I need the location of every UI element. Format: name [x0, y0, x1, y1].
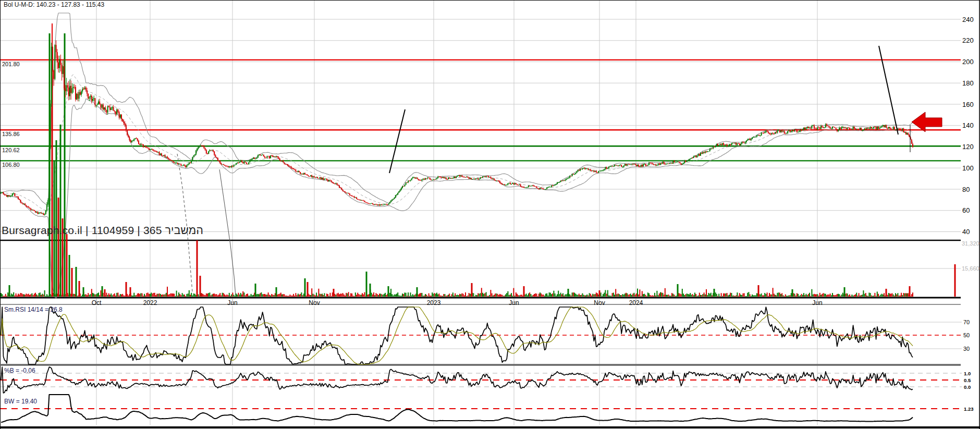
axis-label: 100	[962, 164, 974, 172]
axis-label: Oct	[92, 299, 102, 307]
axis-label: 50	[963, 332, 970, 338]
chart-stage[interactable]: 24022020018016014012010080604031,32015,6…	[0, 0, 980, 429]
axis-label: 2024	[629, 299, 643, 307]
axis-label: 1.23	[964, 406, 974, 412]
axis-label: 0.0	[964, 384, 971, 390]
axis-label: 30	[963, 346, 970, 352]
axis-label: 180	[962, 79, 974, 87]
axis-label: 70	[963, 319, 970, 325]
axis-label: 120	[962, 143, 974, 151]
axis-label: 60	[962, 206, 970, 214]
axis-label: 160	[962, 101, 974, 108]
axis-label: 2022	[143, 299, 157, 307]
axis-label: Jun	[509, 299, 519, 307]
axis-label: 240	[962, 16, 974, 23]
axis-label: 2023	[427, 299, 441, 307]
axis-label: 0.5	[964, 377, 971, 383]
axis-label: Jun	[227, 299, 237, 307]
price-chart-canvas: 24022020018016014012010080604031,32015,6…	[0, 0, 980, 429]
axis-label: 40	[962, 228, 970, 236]
axis-label: 1.0	[964, 371, 971, 376]
axis-label: Nov	[309, 299, 320, 307]
axis-label: 80	[962, 186, 970, 193]
axis-label: Nov	[594, 299, 605, 307]
axis-label: 15,660	[962, 265, 979, 272]
axis-label: 200	[962, 58, 974, 66]
axis-label: 220	[962, 36, 974, 44]
axis-label: Jun	[812, 299, 822, 307]
axis-label: 31,320	[962, 240, 979, 247]
axis-label: 140	[962, 121, 974, 129]
